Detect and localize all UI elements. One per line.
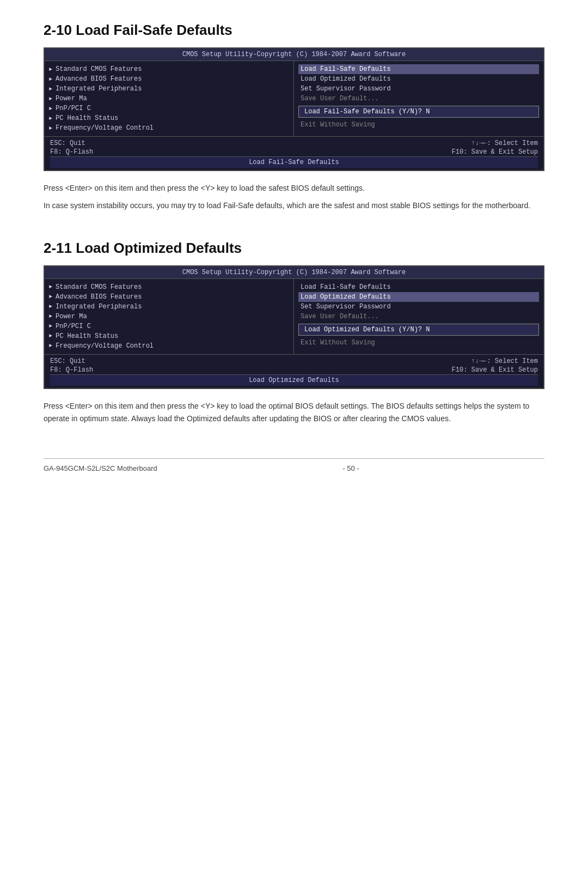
bios-footer-row2-1: F8: Q-Flash F10: Save & Exit Setup [50,148,538,156]
bios-item-2-2: ► Advanced BIOS Features [45,292,293,302]
bios-item-1-6: ► PC Health Status [45,113,293,123]
bios-dialog-2: Load Optimized Defaults (Y/N)? N [298,324,539,336]
arrow-icon-1-2: ► [49,76,52,82]
bios-footer-row1-2: ESC: Quit ↑↓→←: Select Item [50,357,538,366]
arrow-icon-2-2: ► [49,294,52,300]
arrow-icon-1-3: ► [49,86,52,92]
bios-item-1-1: ► Standard CMOS Features [45,64,293,74]
footer-left: GA-945GCM-S2L/S2C Motherboard [44,464,157,472]
bios-screen-2: CMOS Setup Utility-Copyright (C) 1984-20… [44,265,544,389]
section1-desc1: Press <Enter> on this item and then pres… [44,182,544,195]
arrow-icon-1-6: ► [49,116,52,122]
section2-desc1: Press <Enter> on this item and then pres… [44,400,544,426]
arrow-icon-1-4: ► [49,96,52,102]
bios-footer-row2-2: F8: Q-Flash F10: Save & Exit Setup [50,366,538,374]
footer-center: - 50 - [342,464,359,472]
bios-dialog-1: Load Fail-Safe Defaults (Y/N)? N [298,106,539,118]
bios-status-2: Load Optimized Defaults [50,374,538,386]
section1-desc2: In case system instability occurs, you m… [44,199,544,213]
bios-screen-1: CMOS Setup Utility-Copyright (C) 1984-20… [44,47,544,171]
bios-right-2-4: Save User Default... [298,312,539,321]
bios-item-1-2: ► Advanced BIOS Features [45,74,293,84]
arrow-icon-2-3: ► [49,304,52,309]
bios-item-2-3: ► Integrated Peripherals [45,302,293,312]
bios-item-2-7: ► Frequency/Voltage Control [45,341,293,351]
section-fail-safe: 2-10 Load Fail-Safe Defaults CMOS Setup … [44,22,544,213]
bios-item-1-7: ► Frequency/Voltage Control [45,123,293,133]
arrow-icon-2-7: ► [49,343,52,349]
bios-right-2-1: Load Fail-Safe Defaults [298,282,539,292]
bios-footer-1: ESC: Quit ↑↓→←: Select Item F8: Q-Flash … [45,136,543,170]
arrow-icon-2-6: ► [49,333,52,339]
bios-item-2-5: ► PnP/PCI C [45,321,293,331]
bios-titlebar-2: CMOS Setup Utility-Copyright (C) 1984-20… [45,266,543,279]
bios-qflash-2: F8: Q-Flash [50,366,93,374]
bios-footer-row1-1: ESC: Quit ↑↓→←: Select Item [50,139,538,148]
bios-select-item-2: ↑↓→←: Select Item [471,357,538,365]
bios-right-1-1: Load Fail-Safe Defaults [298,64,539,74]
bios-left-menu-1: ► Standard CMOS Features ► Advanced BIOS… [45,61,294,136]
bios-status-1: Load Fail-Safe Defaults [50,156,538,168]
bios-esc-quit-1: ESC: Quit [50,139,85,147]
section2-title: 2-11 Load Optimized Defaults [44,240,544,257]
bios-save-exit-2: F10: Save & Exit Setup [452,366,538,374]
bios-qflash-1: F8: Q-Flash [50,148,93,156]
bios-item-1-5: ► PnP/PCI C [45,104,293,113]
bios-right-2-3: Set Supervisor Password [298,302,539,312]
bios-right-2-5: Exit Without Saving [298,338,539,348]
bios-item-1-4: ► Power Ma [45,94,293,104]
section-optimized: 2-11 Load Optimized Defaults CMOS Setup … [44,240,544,426]
bios-item-1-3: ► Integrated Peripherals [45,84,293,94]
bios-titlebar-1: CMOS Setup Utility-Copyright (C) 1984-20… [45,48,543,61]
arrow-icon-2-4: ► [49,313,52,319]
page-footer: GA-945GCM-S2L/S2C Motherboard - 50 - [44,458,544,472]
bios-item-2-1: ► Standard CMOS Features [45,282,293,292]
arrow-icon-2-1: ► [49,284,52,290]
bios-item-2-4: ► Power Ma [45,312,293,321]
bios-right-menu-2: Load Fail-Safe Defaults Load Optimized D… [294,279,543,354]
bios-right-1-4: Save User Default... [298,94,539,104]
bios-right-1-5: Exit Without Saving [298,120,539,130]
bios-esc-quit-2: ESC: Quit [50,357,85,365]
section1-title: 2-10 Load Fail-Safe Defaults [44,22,544,39]
arrow-icon-2-5: ► [49,323,52,329]
bios-right-1-3: Set Supervisor Password [298,84,539,94]
bios-footer-2: ESC: Quit ↑↓→←: Select Item F8: Q-Flash … [45,354,543,388]
bios-item-2-6: ► PC Health Status [45,331,293,341]
bios-save-exit-1: F10: Save & Exit Setup [452,148,538,156]
arrow-icon-1-1: ► [49,66,52,72]
bios-left-menu-2: ► Standard CMOS Features ► Advanced BIOS… [45,279,294,354]
arrow-icon-1-7: ► [49,125,52,131]
arrow-icon-1-5: ► [49,106,52,112]
bios-right-menu-1: Load Fail-Safe Defaults Load Optimized D… [294,61,543,136]
bios-select-item-1: ↑↓→←: Select Item [471,139,538,147]
bios-right-1-2: Load Optimized Defaults [298,74,539,84]
bios-right-2-2: Load Optimized Defaults [298,292,539,302]
